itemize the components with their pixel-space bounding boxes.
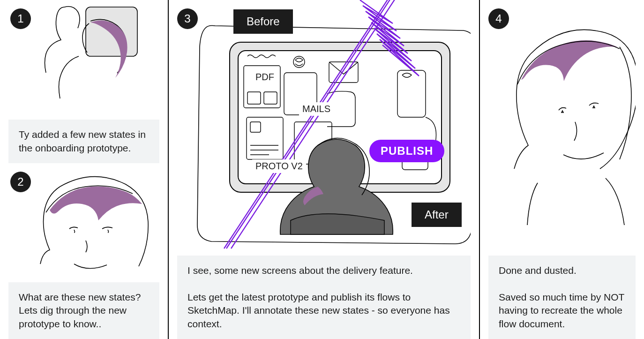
panel-3-art: Before After PUBLISH PDF MAILS PROTO V2 (177, 0, 471, 256)
before-label: Before (233, 9, 293, 34)
sketch-label-proto: PROTO V2 (252, 159, 306, 173)
panel-2-badge: 2 (10, 172, 31, 192)
panel-3-caption: I see, some new screens about the delive… (177, 256, 471, 339)
sketch-label-pdf: PDF (252, 70, 277, 84)
panel-2-art (8, 163, 159, 282)
sketch-label-mails: MAILS (299, 102, 334, 116)
after-label: After (412, 203, 462, 227)
panel-1-badge: 1 (10, 8, 31, 29)
panel-1-caption: Ty added a few new states in the onboard… (8, 120, 159, 163)
panel-2: 2 What are these new states? Lets dig th… (0, 163, 168, 339)
panel-4-art (488, 0, 636, 256)
panel-4: 4 Done and (480, 0, 644, 339)
publish-button[interactable]: PUBLISH (369, 140, 444, 162)
panel-1-art (8, 0, 159, 120)
panel-2-caption: What are these new states? Lets dig thro… (8, 282, 159, 339)
panel-3: 3 (169, 0, 479, 339)
panel-4-caption: Done and dusted. Saved so much time by N… (488, 256, 636, 339)
panel-3-badge: 3 (177, 8, 198, 29)
panel-4-badge: 4 (488, 8, 509, 29)
panel-1: 1 Ty added a few new state (0, 0, 168, 163)
